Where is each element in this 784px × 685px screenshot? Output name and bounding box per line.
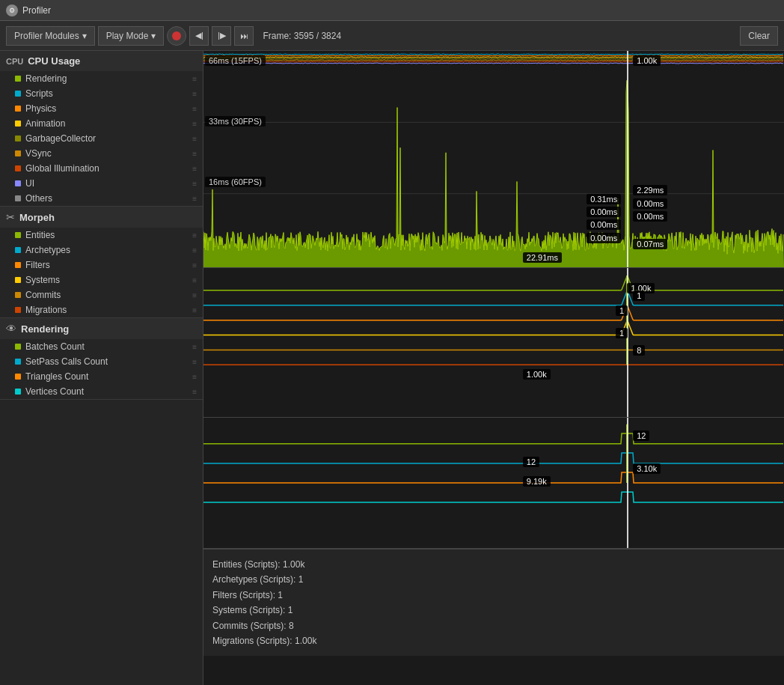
entities-color xyxy=(15,232,21,238)
rendering-chart-panel[interactable]: 12 12 9.19k 3.10k xyxy=(203,418,784,549)
record-dot-icon xyxy=(172,31,181,40)
chart-area[interactable]: 66ms (15FPS) 33ms (30FPS) 16ms (60FPS) 0… xyxy=(203,51,784,685)
gi-item[interactable]: Global Illumination ≡ xyxy=(0,161,203,176)
cpu-section: CPU CPU Usage Rendering ≡ Scripts ≡ Phys… xyxy=(0,51,203,207)
physics-item[interactable]: Physics ≡ xyxy=(0,101,203,116)
morpeh-canvas[interactable] xyxy=(203,268,784,417)
stat-line: Entities (Scripts): 1.00k xyxy=(212,557,775,572)
drag-handle-icon: ≡ xyxy=(192,231,197,240)
cpu-chart-panel[interactable]: 66ms (15FPS) 33ms (30FPS) 16ms (60FPS) 0… xyxy=(203,51,784,268)
gi-color xyxy=(15,165,21,171)
animation-item[interactable]: Animation ≡ xyxy=(0,116,203,131)
triangles-item[interactable]: Triangles Count ≡ xyxy=(0,369,203,384)
drag-handle-icon: ≡ xyxy=(192,90,197,98)
gi-label: Global Illumination xyxy=(25,163,197,174)
rendering-items: Batches Count ≡ SetPass Calls Count ≡ Tr… xyxy=(0,339,203,399)
others-color xyxy=(15,195,21,201)
setpass-label: SetPass Calls Count xyxy=(25,356,197,367)
clear-button[interactable]: Clear xyxy=(740,26,778,46)
rendering-canvas[interactable] xyxy=(203,418,784,548)
record-button[interactable] xyxy=(167,26,186,46)
next-frame-button[interactable]: |▶ xyxy=(212,26,231,46)
sidebar: CPU CPU Usage Rendering ≡ Scripts ≡ Phys… xyxy=(0,51,203,685)
prev-frame-icon: ◀| xyxy=(195,31,203,40)
rendering-section: 👁 Rendering Batches Count ≡ SetPass Call… xyxy=(0,318,203,400)
batches-item[interactable]: Batches Count ≡ xyxy=(0,339,203,354)
others-item[interactable]: Others ≡ xyxy=(0,191,203,206)
batches-color xyxy=(15,344,21,350)
next-frame-icon: |▶ xyxy=(218,31,226,40)
morpeh-chart-panel[interactable]: 1.00k 1 1 1 8 1.00k xyxy=(203,268,784,418)
cpu-items: Rendering ≡ Scripts ≡ Physics ≡ Animatio… xyxy=(0,71,203,206)
rendering-module-icon: 👁 xyxy=(6,323,16,335)
dropdown-arrow-icon: ▾ xyxy=(82,31,87,41)
commits-color xyxy=(15,292,21,298)
rendering-module-header[interactable]: 👁 Rendering xyxy=(0,318,203,339)
entities-item[interactable]: Entities ≡ xyxy=(0,228,203,243)
archetypes-label: Archetypes xyxy=(25,245,197,255)
fps-30-text: 33ms (30FPS) xyxy=(205,116,266,127)
gc-item[interactable]: GarbageCollector ≡ xyxy=(0,131,203,146)
prev-frame-button[interactable]: ◀| xyxy=(189,26,209,46)
vertices-label: Vertices Count xyxy=(25,386,197,397)
drag-handle-icon: ≡ xyxy=(192,180,197,188)
rendering-module-label: Rendering xyxy=(21,323,69,335)
systems-label: Systems xyxy=(25,275,197,285)
title-bar-text: Profiler xyxy=(22,5,51,16)
fps-label-60: 16ms (60FPS) xyxy=(205,177,266,187)
drag-handle-icon: ≡ xyxy=(192,105,197,113)
physics-color xyxy=(15,106,21,112)
morpeh-icon: ✂ xyxy=(6,211,15,223)
last-frame-icon: ⏭ xyxy=(240,31,248,40)
animation-color xyxy=(15,121,21,127)
drag-handle-icon: ≡ xyxy=(192,246,197,255)
drag-handle-icon: ≡ xyxy=(192,75,197,83)
filters-item[interactable]: Filters ≡ xyxy=(0,258,203,273)
last-frame-button[interactable]: ⏭ xyxy=(234,26,254,46)
migrations-item[interactable]: Migrations ≡ xyxy=(0,302,203,317)
play-mode-arrow-icon: ▾ xyxy=(151,31,156,41)
migrations-label: Migrations xyxy=(25,305,197,315)
archetypes-item[interactable]: Archetypes ≡ xyxy=(0,243,203,258)
drag-handle-icon: ≡ xyxy=(192,373,197,381)
rendering-color xyxy=(15,76,21,82)
ui-item[interactable]: UI ≡ xyxy=(0,176,203,191)
stat-line: Commits (Scripts): 8 xyxy=(212,618,775,633)
filters-color xyxy=(15,262,21,268)
profiler-modules-button[interactable]: Profiler Modules ▾ xyxy=(6,26,95,46)
commits-label: Commits xyxy=(25,290,197,300)
cpu-icon: CPU xyxy=(6,57,23,66)
systems-item[interactable]: Systems ≡ xyxy=(0,273,203,287)
batches-label: Batches Count xyxy=(25,341,197,352)
triangles-label: Triangles Count xyxy=(25,371,197,382)
others-label: Others xyxy=(25,193,197,204)
entities-label: Entities xyxy=(25,230,197,240)
drag-handle-icon: ≡ xyxy=(192,261,197,270)
vertices-item[interactable]: Vertices Count ≡ xyxy=(0,384,203,399)
ui-color xyxy=(15,180,21,186)
scripts-color xyxy=(15,91,21,97)
toolbar: Profiler Modules ▾ Play Mode ▾ ◀| |▶ ⏭ F… xyxy=(0,21,784,51)
setpass-item[interactable]: SetPass Calls Count ≡ xyxy=(0,354,203,369)
drag-handle-icon: ≡ xyxy=(192,120,197,128)
play-mode-button[interactable]: Play Mode ▾ xyxy=(98,26,165,46)
fps-label-30: 33ms (30FPS) xyxy=(205,116,266,127)
commits-item[interactable]: Commits ≡ xyxy=(0,287,203,302)
morpeh-module-header[interactable]: ✂ Morpeh xyxy=(0,207,203,228)
filters-label: Filters xyxy=(25,260,197,270)
cpu-canvas[interactable] xyxy=(203,51,784,267)
cpu-module-header[interactable]: CPU CPU Usage xyxy=(0,51,203,71)
play-mode-label: Play Mode xyxy=(106,31,149,41)
drag-handle-icon: ≡ xyxy=(192,150,197,158)
vsync-item[interactable]: VSync ≡ xyxy=(0,146,203,161)
morpeh-section: ✂ Morpeh Entities ≡ Archetypes ≡ Filters xyxy=(0,207,203,318)
vsync-label: VSync xyxy=(25,148,197,159)
rendering-item[interactable]: Rendering ≡ xyxy=(0,71,203,86)
triangles-color xyxy=(15,374,21,380)
profiler-icon: ⚙ xyxy=(6,4,18,16)
scripts-item[interactable]: Scripts ≡ xyxy=(0,86,203,101)
stat-line: Migrations (Scripts): 1.00k xyxy=(212,633,775,648)
morpeh-items: Entities ≡ Archetypes ≡ Filters ≡ System… xyxy=(0,228,203,317)
drag-handle-icon: ≡ xyxy=(192,276,197,284)
drag-handle-icon: ≡ xyxy=(192,135,197,143)
